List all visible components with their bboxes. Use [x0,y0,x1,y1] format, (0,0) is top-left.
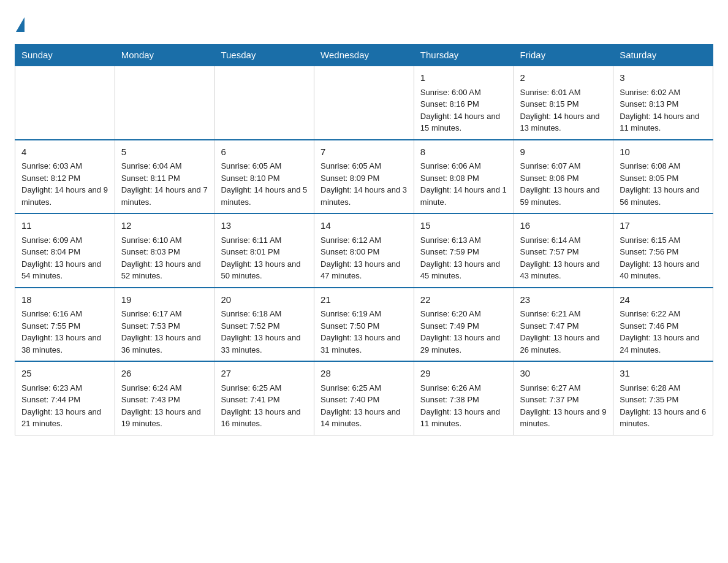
day-info: Sunrise: 6:23 AM [21,382,108,394]
day-info: Sunrise: 6:04 AM [121,160,208,172]
day-info: Sunset: 8:00 PM [320,246,408,258]
day-info: Daylight: 13 hours and 24 minutes. [620,332,707,356]
calendar-cell: 6Sunrise: 6:05 AMSunset: 8:10 PMDaylight… [214,140,314,214]
calendar-cell: 24Sunrise: 6:22 AMSunset: 7:46 PMDayligh… [613,288,713,362]
day-number: 8 [420,145,507,159]
day-number: 29 [420,367,507,381]
day-info: Sunrise: 6:19 AM [320,308,408,320]
calendar-cell: 27Sunrise: 6:25 AMSunset: 7:41 PMDayligh… [214,361,314,435]
day-info: Daylight: 14 hours and 11 minutes. [620,110,707,134]
calendar-cell: 20Sunrise: 6:18 AMSunset: 7:52 PMDayligh… [214,288,314,362]
calendar-cell: 28Sunrise: 6:25 AMSunset: 7:40 PMDayligh… [314,361,414,435]
day-info: Daylight: 13 hours and 29 minutes. [420,332,507,356]
day-info: Sunset: 7:37 PM [520,394,607,406]
day-info: Sunset: 7:44 PM [21,394,108,406]
day-info: Daylight: 14 hours and 7 minutes. [121,184,208,208]
day-info: Daylight: 13 hours and 54 minutes. [21,258,108,282]
day-number: 24 [620,293,707,307]
day-info: Daylight: 13 hours and 45 minutes. [420,258,507,282]
calendar-cell: 12Sunrise: 6:10 AMSunset: 8:03 PMDayligh… [115,213,214,288]
day-info: Daylight: 13 hours and 14 minutes. [320,406,408,430]
column-header-monday: Monday [115,45,214,66]
calendar-cell: 29Sunrise: 6:26 AMSunset: 7:38 PMDayligh… [414,361,514,435]
day-info: Daylight: 13 hours and 16 minutes. [221,406,308,430]
calendar-cell: 11Sunrise: 6:09 AMSunset: 8:04 PMDayligh… [15,213,115,288]
day-info: Sunset: 7:41 PM [221,394,308,406]
day-info: Sunrise: 6:14 AM [520,234,607,247]
day-info: Sunrise: 6:12 AM [320,234,408,247]
day-number: 18 [21,293,108,307]
day-info: Sunset: 8:08 PM [420,172,507,185]
calendar-cell: 31Sunrise: 6:28 AMSunset: 7:35 PMDayligh… [613,361,713,435]
calendar-cell: 1Sunrise: 6:00 AMSunset: 8:16 PMDaylight… [414,66,514,140]
calendar-table: SundayMondayTuesdayWednesdayThursdayFrid… [15,44,713,435]
day-info: Sunset: 8:12 PM [21,172,108,185]
day-info: Sunset: 7:38 PM [420,394,507,406]
column-header-thursday: Thursday [414,45,514,66]
day-info: Sunrise: 6:26 AM [420,382,507,394]
day-number: 16 [520,219,607,233]
calendar-cell: 19Sunrise: 6:17 AMSunset: 7:53 PMDayligh… [115,288,214,362]
day-info: Daylight: 13 hours and 21 minutes. [21,406,108,430]
day-info: Daylight: 13 hours and 59 minutes. [520,184,607,208]
day-info: Sunset: 7:50 PM [320,320,408,332]
calendar-cell: 14Sunrise: 6:12 AMSunset: 8:00 PMDayligh… [314,213,414,288]
day-info: Sunset: 8:04 PM [21,246,108,258]
column-header-wednesday: Wednesday [314,45,414,66]
day-info: Daylight: 13 hours and 6 minutes. [620,406,707,430]
calendar-cell: 30Sunrise: 6:27 AMSunset: 7:37 PMDayligh… [514,361,613,435]
day-number: 13 [221,219,308,233]
day-info: Sunrise: 6:01 AM [520,86,607,99]
day-number: 19 [121,293,208,307]
logo-triangle-icon [16,17,25,32]
calendar-cell: 3Sunrise: 6:02 AMSunset: 8:13 PMDaylight… [613,66,713,140]
day-number: 21 [320,293,408,307]
day-number: 5 [121,145,208,159]
calendar-cell: 26Sunrise: 6:24 AMSunset: 7:43 PMDayligh… [115,361,214,435]
calendar-cell: 23Sunrise: 6:21 AMSunset: 7:47 PMDayligh… [514,288,613,362]
day-number: 28 [320,367,408,381]
day-info: Sunset: 8:11 PM [121,172,208,185]
calendar-week-row: 4Sunrise: 6:03 AMSunset: 8:12 PMDaylight… [15,140,713,214]
day-info: Sunrise: 6:13 AM [420,234,507,247]
day-number: 3 [620,71,707,85]
day-info: Daylight: 14 hours and 15 minutes. [420,110,507,134]
day-info: Sunset: 7:55 PM [21,320,108,332]
day-info: Sunrise: 6:20 AM [420,308,507,320]
calendar-cell: 21Sunrise: 6:19 AMSunset: 7:50 PMDayligh… [314,288,414,362]
calendar-week-row: 18Sunrise: 6:16 AMSunset: 7:55 PMDayligh… [15,288,713,362]
calendar-cell [115,66,214,140]
day-info: Sunrise: 6:27 AM [520,382,607,394]
day-number: 17 [620,219,707,233]
day-info: Daylight: 13 hours and 19 minutes. [121,406,208,430]
day-info: Daylight: 13 hours and 11 minutes. [420,406,507,430]
day-number: 1 [420,71,507,85]
calendar-week-row: 25Sunrise: 6:23 AMSunset: 7:44 PMDayligh… [15,361,713,435]
day-info: Sunrise: 6:18 AM [221,308,308,320]
day-info: Sunrise: 6:24 AM [121,382,208,394]
calendar-cell: 2Sunrise: 6:01 AMSunset: 8:15 PMDaylight… [514,66,613,140]
day-info: Sunset: 8:16 PM [420,98,507,110]
day-number: 31 [620,367,707,381]
day-info: Daylight: 13 hours and 43 minutes. [520,258,607,282]
calendar-cell: 8Sunrise: 6:06 AMSunset: 8:08 PMDaylight… [414,140,514,214]
day-info: Daylight: 14 hours and 1 minute. [420,184,507,208]
day-number: 6 [221,145,308,159]
calendar-cell: 18Sunrise: 6:16 AMSunset: 7:55 PMDayligh… [15,288,115,362]
day-info: Sunset: 8:05 PM [620,172,707,185]
column-header-tuesday: Tuesday [214,45,314,66]
calendar-cell: 22Sunrise: 6:20 AMSunset: 7:49 PMDayligh… [414,288,514,362]
day-info: Sunrise: 6:25 AM [221,382,308,394]
day-info: Sunrise: 6:22 AM [620,308,707,320]
day-info: Sunset: 7:43 PM [121,394,208,406]
calendar-week-row: 11Sunrise: 6:09 AMSunset: 8:04 PMDayligh… [15,213,713,288]
day-info: Sunset: 7:56 PM [620,246,707,258]
calendar-cell: 7Sunrise: 6:05 AMSunset: 8:09 PMDaylight… [314,140,414,214]
day-info: Sunrise: 6:07 AM [520,160,607,172]
day-number: 25 [21,367,108,381]
day-info: Sunset: 7:57 PM [520,246,607,258]
day-info: Daylight: 13 hours and 33 minutes. [221,332,308,356]
day-info: Sunrise: 6:17 AM [121,308,208,320]
day-number: 4 [21,145,108,159]
day-number: 22 [420,293,507,307]
